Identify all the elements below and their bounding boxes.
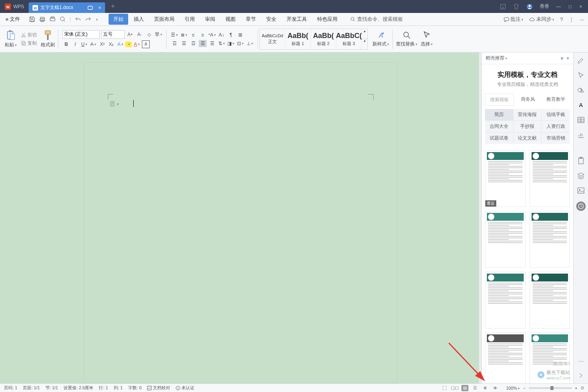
help-icon[interactable]: ? — [560, 16, 563, 22]
fit-page-icon[interactable]: ⊙ — [581, 385, 584, 390]
zoom-value[interactable]: 100% — [506, 386, 520, 390]
template-thumb-1[interactable] — [530, 150, 570, 207]
category-市场营销[interactable]: 市场营销 — [542, 132, 570, 144]
redo-icon[interactable] — [85, 16, 91, 22]
outline-view-icon[interactable]: ☰ — [472, 385, 479, 391]
menu-tab-插入[interactable]: 插入 — [129, 14, 149, 25]
username[interactable]: 香香 — [540, 3, 549, 10]
menu-tab-安全[interactable]: 安全 — [261, 14, 281, 25]
shape-sidebar-icon[interactable] — [577, 86, 585, 94]
status-setting[interactable]: 设置值: 2.5厘米 — [64, 385, 93, 391]
print-icon[interactable] — [49, 16, 56, 22]
qat-dropdown[interactable] — [95, 16, 98, 22]
category-人资行政[interactable]: 人资行政 — [542, 121, 570, 132]
italic-icon[interactable]: I — [71, 40, 79, 48]
status-row[interactable]: 行: 1 — [99, 385, 108, 391]
underline-icon[interactable]: U — [80, 40, 88, 48]
print-preview-icon[interactable] — [39, 16, 45, 22]
document-page[interactable]: ▾ — [84, 62, 397, 383]
shading-icon[interactable]: ◨ — [227, 40, 235, 47]
read-view-icon[interactable]: ▢▢ — [451, 385, 458, 391]
web-view-icon[interactable]: ⊕ — [482, 385, 489, 391]
menu-tab-特色应用[interactable]: 特色应用 — [312, 14, 342, 25]
status-page[interactable]: 页面: 1/1 — [23, 385, 40, 391]
document-tab[interactable]: W 文字文稿1.docx × — [29, 2, 105, 13]
enclose-icon[interactable]: A — [142, 40, 150, 48]
grid-icon[interactable]: ⊞ — [236, 31, 244, 38]
comment-button[interactable]: 批注 — [504, 16, 524, 23]
decrease-font-icon[interactable]: A- — [136, 31, 143, 38]
undo-icon[interactable] — [75, 16, 81, 22]
close-icon[interactable]: × — [579, 4, 582, 9]
sidebar-more-icon[interactable]: ⋯ — [578, 358, 584, 365]
category-简历[interactable]: 简历 — [485, 109, 513, 120]
style-标题 1[interactable]: AaBb(标题 1 — [285, 29, 311, 49]
strikethrough-icon[interactable]: A — [89, 40, 97, 48]
layers-sidebar-icon[interactable] — [577, 172, 585, 180]
template-thumb-3[interactable] — [530, 211, 570, 268]
menu-tab-视图[interactable]: 视图 — [221, 14, 240, 25]
align-distribute-icon[interactable]: ☰ — [208, 40, 216, 47]
menu-tab-审阅[interactable]: 审阅 — [200, 14, 220, 25]
menu-tab-开发工具[interactable]: 开发工具 — [282, 14, 312, 25]
paste-button[interactable]: 粘贴 — [3, 30, 18, 48]
category-合同大全[interactable]: 合同大全 — [485, 121, 513, 132]
template-thumb-4[interactable] — [485, 272, 526, 328]
ltr-icon[interactable]: ¶ — [227, 31, 235, 38]
font-color-icon[interactable]: A — [133, 40, 141, 48]
image-sidebar-icon[interactable] — [577, 187, 585, 194]
skin-icon[interactable] — [513, 4, 519, 10]
zoom-out-icon[interactable]: − — [523, 386, 525, 390]
template-thumb-2[interactable] — [485, 211, 526, 268]
borders-icon[interactable]: ⊡ — [236, 40, 244, 47]
window-indicator-icon[interactable]: 1 — [500, 4, 506, 10]
user-avatar-icon[interactable] — [526, 4, 533, 10]
increase-indent-icon[interactable]: ≥ — [199, 31, 207, 38]
font-name-select[interactable] — [62, 30, 100, 39]
zoom-slider[interactable] — [529, 387, 572, 389]
decrease-indent-icon[interactable]: ≤ — [189, 31, 197, 38]
status-proofing[interactable]: 文档校对 — [147, 385, 170, 391]
text-effect-icon[interactable]: A — [116, 40, 124, 48]
menu-tab-章节[interactable]: 章节 — [241, 14, 261, 25]
category-论文文献[interactable]: 论文文献 — [514, 132, 542, 144]
select-button[interactable]: 选择 — [419, 31, 434, 47]
add-tab-button[interactable]: + — [111, 2, 115, 11]
new-style-button[interactable]: A 新样式 — [371, 31, 391, 47]
menu-tab-开始[interactable]: 开始 — [109, 14, 128, 25]
change-case-icon[interactable]: 拏 — [154, 31, 162, 38]
subscript-icon[interactable]: X₂ — [107, 40, 115, 48]
cut-button[interactable]: 剪切 — [21, 32, 37, 38]
save-icon[interactable] — [29, 16, 35, 22]
template-sidebar-icon[interactable] — [576, 201, 586, 211]
search-command[interactable]: 查找命令、搜索模板 — [350, 16, 403, 23]
panel-tab-教育教学[interactable]: 教育教学 — [542, 94, 570, 106]
print-view-icon[interactable]: ▤ — [461, 385, 468, 391]
clipboard-sidebar-icon[interactable] — [577, 157, 585, 165]
chart-sidebar-icon[interactable] — [577, 131, 585, 139]
maximize-icon[interactable]: □ — [569, 4, 572, 9]
style-sidebar-icon[interactable]: A — [577, 101, 585, 109]
minimize-icon[interactable]: — — [556, 4, 561, 9]
panel-menu-icon[interactable]: ≡ — [561, 56, 563, 61]
style-正文[interactable]: AaBbCcDd正文 — [260, 29, 285, 49]
font-size-select[interactable] — [101, 30, 125, 39]
align-left-icon[interactable]: ☲ — [171, 40, 178, 47]
fullscreen-view-icon[interactable]: ⛶ — [441, 385, 448, 391]
template-thumb-6[interactable] — [485, 332, 526, 383]
char-scale-icon[interactable]: ˣA — [208, 31, 216, 38]
format-painter-button[interactable]: 格式刷 — [39, 30, 56, 48]
category-宣传海报[interactable]: 宣传海报 — [514, 109, 542, 120]
style-标题 2[interactable]: AaBb(标题 2 — [311, 29, 336, 49]
quick-print-icon[interactable] — [60, 16, 66, 22]
close-tab-icon[interactable]: × — [98, 5, 101, 11]
styles-gallery[interactable]: AaBbCcDd正文AaBb(标题 1AaBb(标题 2AaBbC(标题 3▴▾ — [260, 29, 368, 50]
eye-view-icon[interactable]: 👁 — [492, 385, 499, 391]
table-sidebar-icon[interactable] — [577, 116, 585, 124]
menu-tab-页面布局[interactable]: 页面布局 — [149, 14, 179, 25]
copy-button[interactable]: 复制 — [21, 40, 37, 47]
status-page-num[interactable]: 页码: 1 — [4, 385, 17, 391]
panel-tab-商务风[interactable]: 商务风 — [514, 94, 542, 106]
zoom-in-icon[interactable]: + — [575, 386, 577, 390]
template-thumb-0[interactable]: 最近 — [485, 150, 526, 207]
